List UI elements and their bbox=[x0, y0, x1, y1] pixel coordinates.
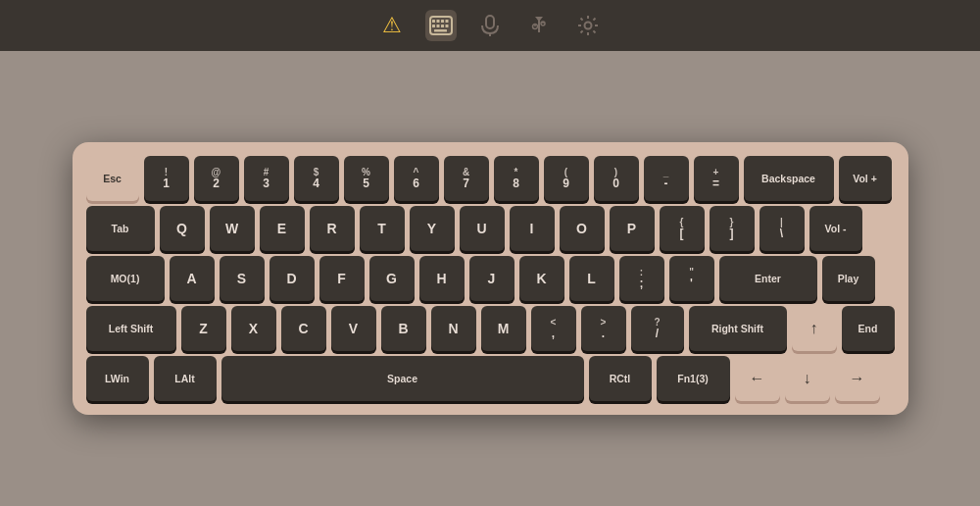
key-Fn1(3)-4-4[interactable]: Fn1(3) bbox=[657, 356, 730, 401]
key-RCtl-4-3[interactable]: RCtl bbox=[589, 356, 652, 401]
key-letter: A bbox=[186, 271, 196, 287]
key-label-text: Tab bbox=[112, 223, 129, 235]
key-A-2-1[interactable]: A bbox=[170, 256, 215, 301]
key-7-0-7[interactable]: &7 bbox=[444, 156, 489, 201]
key-LAlt-4-1[interactable]: LAlt bbox=[154, 356, 217, 401]
key-W-1-2[interactable]: W bbox=[210, 206, 255, 251]
key-.-3-9[interactable]: >. bbox=[581, 306, 626, 351]
key-top-symbol: { bbox=[680, 218, 684, 228]
svg-rect-7 bbox=[441, 25, 444, 27]
usb-icon bbox=[528, 15, 550, 36]
key-Y-1-6[interactable]: Y bbox=[410, 206, 455, 251]
key-top-symbol: } bbox=[730, 218, 734, 228]
key-letter: Y bbox=[427, 221, 436, 237]
key-Right Shift-3-11[interactable]: Right Shift bbox=[689, 306, 787, 351]
key-\-1-13[interactable]: |\ bbox=[760, 206, 805, 251]
key-↑-3-12[interactable]: ↑ bbox=[792, 306, 837, 351]
key---0-11[interactable]: _- bbox=[644, 156, 689, 201]
key-bottom-symbol: 2 bbox=[213, 177, 220, 189]
key-Vol +-0-14[interactable]: Vol + bbox=[839, 156, 892, 201]
warning-icon-btn[interactable]: ⚠ bbox=[376, 10, 408, 41]
key-Vol --1-14[interactable]: Vol - bbox=[809, 206, 862, 251]
keyboard-icon-btn[interactable] bbox=[425, 10, 457, 41]
key-;-2-10[interactable]: :; bbox=[619, 256, 664, 301]
key-Enter-2-12[interactable]: Enter bbox=[719, 256, 817, 301]
key-2-0-2[interactable]: @2 bbox=[194, 156, 239, 201]
key-Z-3-1[interactable]: Z bbox=[181, 306, 226, 351]
key-C-3-3[interactable]: C bbox=[281, 306, 326, 351]
key-K-2-8[interactable]: K bbox=[519, 256, 564, 301]
key-Left Shift-3-0[interactable]: Left Shift bbox=[86, 306, 176, 351]
key-bottom-symbol: 0 bbox=[612, 177, 619, 189]
key-top-symbol: $ bbox=[314, 168, 319, 177]
key-/-3-10[interactable]: ?/ bbox=[631, 306, 684, 351]
key-0-0-10[interactable]: )0 bbox=[594, 156, 639, 201]
key-4-0-4[interactable]: $4 bbox=[294, 156, 339, 201]
key-MO(1)-2-0[interactable]: MO(1) bbox=[86, 256, 165, 301]
key-I-1-8[interactable]: I bbox=[510, 206, 555, 251]
key-[-1-11[interactable]: {[ bbox=[660, 206, 705, 251]
key-'-2-11[interactable]: "' bbox=[669, 256, 714, 301]
key-Play-2-13[interactable]: Play bbox=[822, 256, 875, 301]
mic-icon-btn[interactable] bbox=[474, 10, 506, 41]
key-←-4-5[interactable]: ← bbox=[735, 356, 780, 401]
key-3-0-3[interactable]: #3 bbox=[244, 156, 289, 201]
key-8-0-8[interactable]: *8 bbox=[494, 156, 539, 201]
key-bottom-symbol: 8 bbox=[513, 177, 519, 189]
key-Backspace-0-13[interactable]: Backspace bbox=[744, 156, 834, 201]
key-row-4: LWinLAltSpaceRCtlFn1(3)←↓→ bbox=[86, 356, 895, 401]
key-J-2-7[interactable]: J bbox=[469, 256, 514, 301]
key-S-2-2[interactable]: S bbox=[220, 256, 265, 301]
key-LWin-4-0[interactable]: LWin bbox=[86, 356, 149, 401]
key-Esc-0-0[interactable]: Esc bbox=[86, 156, 139, 201]
key-End-3-13[interactable]: End bbox=[842, 306, 895, 351]
key-B-3-5[interactable]: B bbox=[381, 306, 426, 351]
key-,-3-8[interactable]: <, bbox=[531, 306, 576, 351]
key-letter: W bbox=[225, 221, 238, 237]
key-N-3-6[interactable]: N bbox=[431, 306, 476, 351]
key-X-3-2[interactable]: X bbox=[231, 306, 276, 351]
key-Space-4-2[interactable]: Space bbox=[221, 356, 584, 401]
svg-rect-5 bbox=[432, 25, 435, 27]
key-5-0-5[interactable]: %5 bbox=[344, 156, 389, 201]
key-↓-4-6[interactable]: ↓ bbox=[785, 356, 830, 401]
key-letter: S bbox=[237, 271, 246, 287]
key-T-1-5[interactable]: T bbox=[360, 206, 405, 251]
key-=-0-12[interactable]: += bbox=[694, 156, 739, 201]
key-R-1-4[interactable]: R bbox=[310, 206, 355, 251]
key-label-text: Esc bbox=[103, 173, 122, 185]
settings-icon-btn[interactable] bbox=[572, 10, 604, 41]
key-letter: I bbox=[530, 221, 534, 237]
key-top-symbol: @ bbox=[212, 168, 221, 177]
key-]-1-12[interactable]: }] bbox=[710, 206, 755, 251]
key-label-text: LWin bbox=[105, 373, 129, 385]
key-O-1-9[interactable]: O bbox=[560, 206, 605, 251]
key-bottom-symbol: - bbox=[664, 177, 668, 189]
key-H-2-6[interactable]: H bbox=[419, 256, 465, 301]
key-G-2-5[interactable]: G bbox=[369, 256, 415, 301]
key-E-1-3[interactable]: E bbox=[260, 206, 305, 251]
key-letter: F bbox=[337, 271, 346, 287]
key-top-symbol: _ bbox=[663, 168, 669, 177]
key-letter: C bbox=[298, 321, 308, 337]
key-9-0-9[interactable]: (9 bbox=[544, 156, 589, 201]
key-1-0-1[interactable]: !1 bbox=[144, 156, 189, 201]
key-arrow-symbol: ← bbox=[750, 369, 765, 387]
key-bottom-symbol: 9 bbox=[563, 177, 569, 189]
usb-icon-btn[interactable] bbox=[523, 10, 555, 41]
key-M-3-7[interactable]: M bbox=[481, 306, 526, 351]
key-U-1-7[interactable]: U bbox=[460, 206, 505, 251]
key-label-text: Play bbox=[838, 273, 859, 285]
key-D-2-3[interactable]: D bbox=[270, 256, 315, 301]
key-V-3-4[interactable]: V bbox=[331, 306, 376, 351]
key-6-0-6[interactable]: ^6 bbox=[394, 156, 439, 201]
key-top-symbol: | bbox=[780, 218, 783, 228]
key-F-2-4[interactable]: F bbox=[319, 256, 365, 301]
key-→-4-7[interactable]: → bbox=[835, 356, 880, 401]
key-P-1-10[interactable]: P bbox=[610, 206, 655, 251]
settings-icon bbox=[577, 15, 599, 36]
key-Tab-1-0[interactable]: Tab bbox=[86, 206, 155, 251]
key-Q-1-1[interactable]: Q bbox=[160, 206, 205, 251]
key-L-2-9[interactable]: L bbox=[569, 256, 614, 301]
svg-rect-1 bbox=[432, 20, 435, 23]
